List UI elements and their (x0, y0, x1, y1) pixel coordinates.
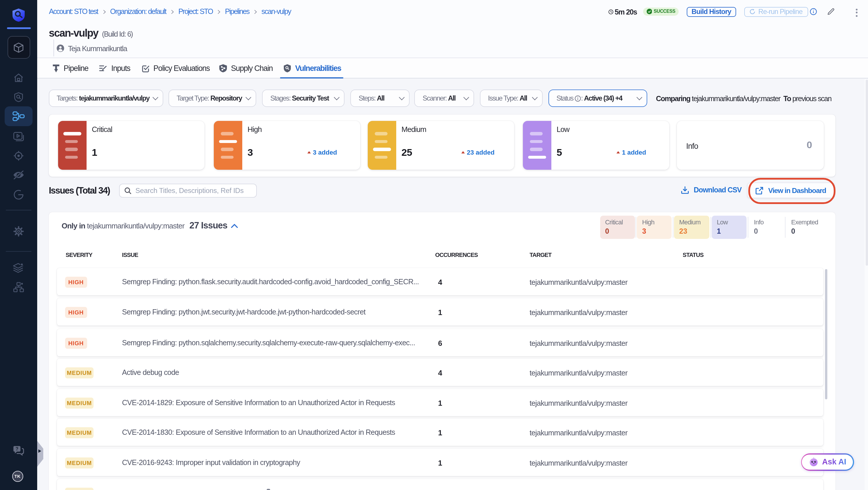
svg-text:?: ? (16, 446, 18, 451)
